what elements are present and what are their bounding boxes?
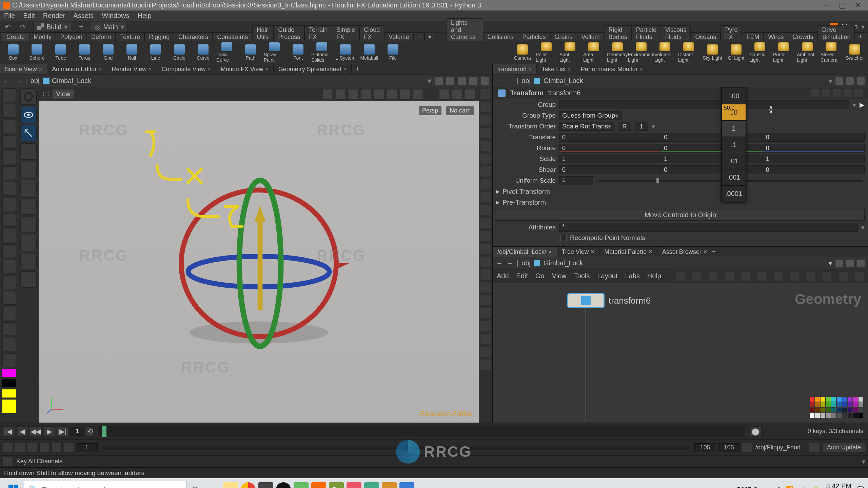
vp-tool-icon[interactable]: [349, 89, 358, 99]
search-icon[interactable]: [833, 89, 841, 97]
shelf-tool[interactable]: Environment Light: [631, 42, 652, 63]
grouptype-select[interactable]: Guess from Group▾: [559, 111, 622, 120]
step-back-button[interactable]: ◀: [16, 426, 28, 436]
group-field[interactable]: [559, 100, 849, 109]
display-option-icon[interactable]: [480, 141, 491, 151]
volume-icon[interactable]: 🔊: [798, 486, 807, 488]
close-icon[interactable]: ×: [39, 66, 42, 73]
shelf-tab[interactable]: Constraints: [213, 33, 252, 41]
shelf-tool[interactable]: Torus: [74, 42, 95, 63]
help-icon[interactable]: [854, 89, 863, 97]
close-icon[interactable]: ×: [265, 66, 268, 73]
vp-gear-icon[interactable]: [452, 89, 462, 99]
display-option-icon[interactable]: [480, 179, 491, 189]
xformorder-select[interactable]: Scale Rot Trans▾: [559, 122, 614, 131]
shelf-tool[interactable]: Curve: [193, 42, 214, 63]
ladder-step[interactable]: .01: [722, 153, 746, 169]
shelf-quick-tool[interactable]: [2, 260, 16, 273]
viewport-tool[interactable]: [20, 271, 37, 288]
display-option-icon[interactable]: [480, 334, 491, 344]
shelf-tab[interactable]: Oceans: [691, 33, 721, 41]
recompute-an-checkbox[interactable]: ✓: [560, 245, 567, 246]
add-pane-button[interactable]: +: [77, 23, 85, 30]
shelf-tab[interactable]: Simple FX: [332, 25, 359, 41]
palette-swatch[interactable]: [842, 413, 847, 418]
shelf-tab[interactable]: Grains: [550, 33, 577, 41]
window-maximize-button[interactable]: ▢: [835, 1, 850, 9]
shelf-quick-tool[interactable]: [2, 276, 16, 289]
network-toolbar-icon[interactable]: [676, 272, 685, 281]
shelf-tab[interactable]: Collisions: [483, 33, 518, 41]
range-icon[interactable]: [39, 443, 50, 452]
palette-swatch[interactable]: [821, 408, 825, 412]
network-toolbar-icon[interactable]: [855, 272, 864, 281]
pane-tab[interactable]: Scene View×: [0, 64, 47, 74]
pane-tab[interactable]: Motion FX View×: [216, 64, 274, 74]
close-icon[interactable]: ×: [548, 248, 552, 256]
close-icon[interactable]: ×: [343, 66, 347, 73]
desktop-selector[interactable]: Build ▾: [33, 22, 71, 32]
palette-swatch[interactable]: [859, 402, 863, 407]
pane-tab[interactable]: Performance Monitor×: [576, 64, 648, 74]
net-fwd-button[interactable]: →: [506, 259, 513, 267]
app-icon[interactable]: [364, 482, 379, 488]
network-toolbar-icon[interactable]: [806, 272, 815, 281]
shelf-tool[interactable]: Line: [145, 42, 166, 63]
network-toolbar-icon[interactable]: [725, 272, 734, 281]
color-swatch[interactable]: [2, 400, 16, 413]
value-ladder[interactable]: 10050.0101.1.01.001.0001: [722, 88, 746, 202]
ladder-step[interactable]: .001: [722, 169, 746, 186]
network-toolbar-icon[interactable]: [839, 272, 848, 281]
shelf-tab[interactable]: Particle Fluids: [632, 25, 661, 41]
shelf-tab[interactable]: Viscous Fluids: [661, 25, 691, 41]
shelf-quick-tool[interactable]: [2, 213, 16, 227]
taskbar-clock[interactable]: 3:42 PM 3/5/2022: [825, 482, 851, 488]
viewport-right-toolbar[interactable]: [479, 87, 492, 423]
range-icon[interactable]: [3, 443, 13, 452]
palette-swatch[interactable]: [810, 397, 814, 402]
palette-swatch[interactable]: [821, 402, 825, 407]
app-icon[interactable]: [347, 482, 361, 488]
palette-swatch[interactable]: [842, 402, 847, 407]
range-end-field[interactable]: 105: [694, 443, 716, 452]
palette-swatch[interactable]: [810, 408, 814, 412]
viewport-toolbar[interactable]: ⬚ View: [39, 87, 479, 101]
viewport-tool[interactable]: [20, 217, 37, 233]
shelf-tool[interactable]: Portal Light: [773, 42, 794, 63]
shelf-quick-tool[interactable]: [2, 88, 16, 102]
network-toolbar-icon[interactable]: [741, 272, 750, 281]
close-icon[interactable]: ×: [591, 248, 595, 256]
window-minimize-button[interactable]: —: [819, 1, 834, 9]
shelf-tool[interactable]: Grid: [98, 42, 119, 63]
parameter-pane[interactable]: Transform transform6 Group ▾▶ Group Type…: [493, 87, 868, 246]
palette-swatch[interactable]: [831, 413, 836, 418]
palette-swatch[interactable]: [859, 408, 863, 412]
shelf-tab[interactable]: Deform: [87, 33, 116, 41]
palette-swatch[interactable]: [826, 402, 831, 407]
palette-swatch[interactable]: [826, 397, 831, 402]
tray-chevron-icon[interactable]: ˄: [777, 486, 781, 488]
battery-icon[interactable]: 🔋: [812, 486, 820, 488]
network-toolbar-icon[interactable]: [790, 272, 799, 281]
shelf-tool[interactable]: Area Light: [583, 42, 604, 63]
maximize-pane-icon[interactable]: [481, 77, 489, 85]
view-label[interactable]: View: [53, 89, 74, 99]
palette-swatch[interactable]: [859, 413, 863, 418]
shelf-tab[interactable]: Crowds: [788, 33, 817, 41]
vp-tool-icon[interactable]: [336, 89, 345, 99]
select-tool[interactable]: [20, 125, 37, 141]
ladder-step[interactable]: .1: [722, 137, 746, 153]
param-path-bar[interactable]: ← → | obj Gimbal_Lock ▾: [493, 75, 868, 87]
range-icon[interactable]: [15, 443, 25, 452]
rx-field[interactable]: 0: [559, 144, 661, 152]
palette-swatch[interactable]: [815, 402, 820, 407]
display-option-icon[interactable]: [480, 205, 491, 215]
shelf-tool[interactable]: Path: [240, 42, 261, 63]
shelf-tool[interactable]: GI Light: [726, 42, 747, 63]
param-fwd-button[interactable]: →: [506, 77, 513, 85]
viewport-tool[interactable]: [20, 143, 37, 160]
ladder-step[interactable]: .0001: [722, 186, 746, 202]
playbar[interactable]: |◀ ◀ ◀◀ ▶ ▶| 1 ⟲ ⬤ 0 keys, 3/3 channels: [0, 423, 868, 440]
shelf-tool[interactable]: Caustic Light: [749, 42, 770, 63]
shelf-tab[interactable]: Characters: [174, 33, 213, 41]
